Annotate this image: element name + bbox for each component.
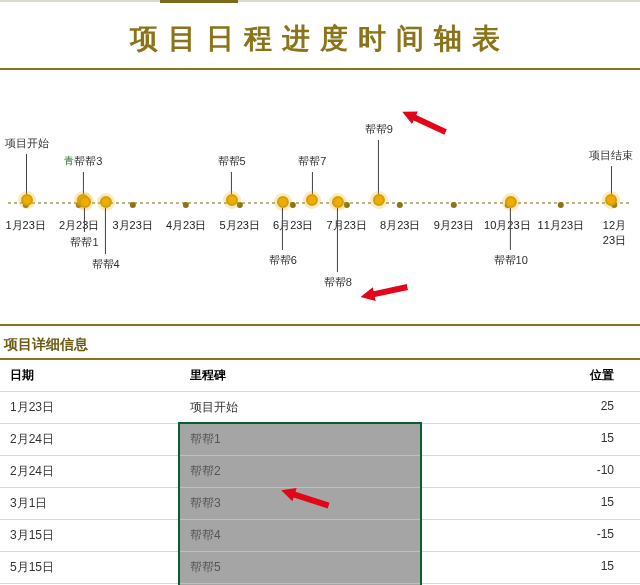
annotation-arrow-top [398,103,450,141]
tick-label: 8月23日 [380,218,420,233]
axis-tick: 9月23日 [434,202,474,227]
milestone-label: 帮帮7 [298,154,326,169]
milestone-marker: 帮帮6 [269,196,297,268]
cell-position: 15 [420,424,640,455]
col-position: 位置 [420,360,640,391]
cell-milestone: 帮帮4 [180,520,420,551]
cell-milestone: 帮帮1 [180,424,420,455]
svg-marker-0 [399,106,448,139]
milestone-label: 青帮帮3 [64,154,102,169]
cell-milestone: 项目开始 [180,392,420,423]
tick-label: 12月23日 [602,218,628,248]
cell-date: 3月15日 [0,520,180,551]
detail-table-wrap: 日期 里程碑 位置 1月23日项目开始252月24日帮帮1152月24日帮帮2-… [0,360,640,585]
tick-label: 9月23日 [434,218,474,233]
milestone-label: 帮帮10 [494,253,528,268]
milestone-node [306,194,318,206]
section-heading: 项目详细信息 [0,326,640,360]
milestone-marker: 帮帮4 [92,196,120,272]
milestone-node [226,194,238,206]
table-row[interactable]: 5月15日帮帮515 [0,552,640,584]
milestone-marker: 帮帮9 [365,122,393,206]
timeline-chart: 1月23日2月23日3月23日4月23日5月23日6月23日7月23日8月23日… [0,68,640,326]
table-row[interactable]: 2月24日帮帮115 [0,424,640,456]
cell-milestone: 帮帮2 [180,456,420,487]
milestone-node [21,194,33,206]
milestone-label: 项目结束 [589,148,633,163]
tick-label: 4月23日 [166,218,206,233]
title-accent-bar [160,0,238,3]
milestone-node [100,196,112,208]
axis-tick: 12月23日 [602,202,628,242]
title-text: 项目日程进度时间轴表 [130,23,510,54]
axis-tick: 4月23日 [166,202,206,227]
milestone-label: 帮帮6 [269,253,297,268]
milestone-marker: 帮帮10 [494,196,528,268]
table-header-row: 日期 里程碑 位置 [0,360,640,392]
cell-milestone: 帮帮5 [180,552,420,583]
milestone-marker: 帮帮8 [324,196,352,290]
cell-date: 5月15日 [0,552,180,583]
annotation-arrow-bottom [358,277,409,307]
milestone-label: 帮帮4 [92,257,120,272]
milestone-marker: 帮帮5 [218,154,246,206]
cell-position: -15 [420,520,640,551]
cell-date: 2月24日 [0,456,180,487]
milestone-marker: 项目开始 [5,136,49,206]
milestone-node [332,196,344,208]
milestone-label: 帮帮8 [324,275,352,290]
milestone-label: 帮帮9 [365,122,393,137]
milestone-node [373,194,385,206]
tick-label: 11月23日 [538,218,584,233]
milestone-label: 项目开始 [5,136,49,151]
axis-tick: 11月23日 [538,202,584,227]
cell-position: 15 [420,552,640,583]
milestone-marker: 项目结束 [589,148,633,206]
cell-date: 2月24日 [0,424,180,455]
table-row[interactable]: 3月15日帮帮4-15 [0,520,640,552]
tick-label: 5月23日 [220,218,260,233]
col-date: 日期 [0,360,180,391]
milestone-node [505,196,517,208]
table-row[interactable]: 1月23日项目开始25 [0,392,640,424]
col-milestone: 里程碑 [180,360,420,391]
milestone-label: 帮帮5 [218,154,246,169]
cell-date: 1月23日 [0,392,180,423]
detail-table[interactable]: 日期 里程碑 位置 1月23日项目开始252月24日帮帮1152月24日帮帮2-… [0,360,640,585]
cell-date: 3月1日 [0,488,180,519]
page-title: 项目日程进度时间轴表 [0,0,640,68]
milestone-node [277,196,289,208]
cell-position: 25 [420,392,640,423]
cell-position: -10 [420,456,640,487]
milestone-node [605,194,617,206]
milestone-node [78,196,90,208]
table-row[interactable]: 2月24日帮帮2-10 [0,456,640,488]
tick-label: 1月23日 [5,218,45,233]
milestone-marker: 帮帮7 [298,154,326,206]
svg-marker-1 [359,280,409,304]
cell-position: 15 [420,488,640,519]
section-heading-text: 项目详细信息 [4,336,88,352]
